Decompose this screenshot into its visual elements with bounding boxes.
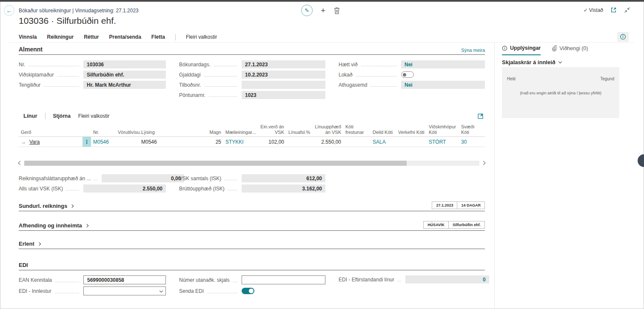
edit-button[interactable]: ✎ <box>301 5 313 16</box>
col-header-maelieiningar[interactable]: Mælieiningar... <box>223 130 251 135</box>
scrollbar-thumb[interactable] <box>24 161 407 166</box>
ean-kennitala-input[interactable] <box>83 275 166 284</box>
col-header-nr[interactable]: Nr. <box>91 130 116 135</box>
edi-column-2: Númer utanaðk. skjals Senda EDI <box>179 275 325 298</box>
col-header-linuupphaed[interactable]: Línuupphæð án VSK <box>311 124 343 135</box>
field-value[interactable]: Hr. Mark McArthur <box>83 81 166 89</box>
show-more-link[interactable]: Sýna meira <box>461 48 485 53</box>
cell-vidskmhopur[interactable]: STÓRT <box>427 137 459 147</box>
skjalaskrar-header[interactable]: Skjalaskrár á innleið <box>502 59 561 65</box>
menu-reikningur[interactable]: Reikningur <box>47 34 74 40</box>
almennt-column-3: Hætt við Nei Lokað Athugasemd Nei <box>339 60 485 91</box>
back-button[interactable]: ← <box>4 5 14 16</box>
edi-innlestur-select[interactable] <box>83 286 166 295</box>
floating-edge-bubble[interactable] <box>638 154 644 167</box>
row-menu-button[interactable]: ⋮ <box>83 137 91 147</box>
action-bar: Vinnsla Reikningur Réttur Prenta/senda F… <box>19 32 485 42</box>
cell-linuupphaed[interactable]: 2.550,00 <box>311 137 343 147</box>
section-badges: 27.1.2023 14 DAGAR <box>432 201 485 209</box>
sundurl-reiknings-header[interactable]: Sundurl. reiknings <box>19 203 73 209</box>
field-ean-kennitala: EAN Kennitala <box>19 275 166 284</box>
afhending-header[interactable]: Afhending og innheimta <box>19 222 88 229</box>
scroll-left-arrow[interactable] <box>18 161 23 165</box>
lines-more-options[interactable]: Fleiri valkostir <box>78 113 109 119</box>
toggle-knob <box>249 289 254 293</box>
cell-maelieining[interactable]: STYKKI <box>223 137 251 147</box>
badge-location: HÚSAVÍK <box>423 221 449 229</box>
cell-lysing[interactable]: M0546 <box>139 137 203 147</box>
new-button[interactable]: + <box>321 6 325 14</box>
field-value[interactable]: 0,00 <box>102 174 184 182</box>
lines-table-header: Gerð Nr. Vörutilvísu... Lýsing Magn Mæli… <box>19 124 485 137</box>
field-value[interactable]: 27.1.2023 <box>242 60 325 68</box>
field-value[interactable]: Silfurbúðin ehf. <box>83 71 166 79</box>
table-row: →Vara ⋮ M0546 M0546 25 STYKKI 102,00 2.5… <box>19 137 485 147</box>
col-header-deild-koti[interactable]: Deild Kóti <box>370 130 396 135</box>
col-header-vorutilvisun[interactable]: Vörutilvísu... <box>116 130 139 135</box>
field-value[interactable]: 103036 <box>83 60 166 68</box>
cell-verkefni-koti[interactable] <box>396 137 427 147</box>
field-value[interactable]: 2.550,00 <box>83 184 166 193</box>
field-value[interactable]: Nei <box>401 81 485 89</box>
col-header-gerd[interactable]: Gerð <box>19 130 83 135</box>
dotted-leader <box>398 281 401 281</box>
menu-vinnsla[interactable]: Vinnsla <box>19 34 37 40</box>
field-value[interactable]: Nei <box>401 60 485 68</box>
col-header-einverd[interactable]: Ein.verð án VSK <box>251 124 286 135</box>
cell-deild-koti[interactable]: SALA <box>370 137 396 147</box>
factbox-separator <box>494 43 495 309</box>
cell-nr[interactable]: M0546 <box>91 137 116 147</box>
field-value[interactable] <box>242 81 325 89</box>
tab-upplysingar[interactable]: Upplýsingar <box>502 45 541 55</box>
action-bar-divider <box>9 42 634 43</box>
col-header-magn[interactable]: Magn <box>203 130 223 135</box>
badge-payment-terms: 14 DAGAR <box>457 201 485 209</box>
cell-vorutilvisun[interactable] <box>116 137 139 147</box>
toggle-factbox-button[interactable] <box>617 32 629 42</box>
field-bokunardags: Bókunardags. 27.1.2023 <box>179 60 325 68</box>
field-value[interactable]: 0 <box>405 275 489 283</box>
col-header-linuafsl[interactable]: Línuafsl.% <box>286 130 311 135</box>
cell-magn[interactable]: 25 <box>203 137 223 147</box>
edi-innlestur-value[interactable] <box>83 286 166 295</box>
menu-more-options[interactable]: Fleiri valkostir <box>186 34 217 40</box>
senda-edi-toggle[interactable] <box>242 288 254 294</box>
field-value[interactable]: 612,00 <box>242 174 325 182</box>
menu-prenta-senda[interactable]: Prenta/senda <box>109 34 141 40</box>
erlent-header[interactable]: Erlent <box>19 241 40 247</box>
cell-einverd[interactable]: 102,00 <box>251 137 286 147</box>
window-top-edge <box>0 0 644 2</box>
cell-svaedi-koti[interactable]: 30 <box>459 137 476 147</box>
doc-list-empty-message: (Það eru engin atriði til að sýna í þess… <box>502 91 619 95</box>
menu-rettur[interactable]: Réttur <box>84 34 99 40</box>
focus-mode-button[interactable] <box>477 113 484 119</box>
cell-gerd[interactable]: →Vara <box>19 137 83 147</box>
collapse-page-button[interactable] <box>624 7 630 13</box>
menu-fletta[interactable]: Fletta <box>151 34 165 40</box>
field-value[interactable]: 3.162,00 <box>242 184 325 193</box>
scroll-right-arrow[interactable] <box>482 161 486 165</box>
gerd-value[interactable]: Vara <box>29 139 40 145</box>
cell-linuafsl[interactable] <box>286 137 311 147</box>
tab-linur[interactable]: Línur <box>23 113 37 119</box>
section-afhending: Afhending og innheimta HÚSAVÍK Silfurbúð… <box>19 221 485 231</box>
numer-utanadk-input[interactable] <box>242 275 325 284</box>
field-lokad: Lokað <box>339 71 485 79</box>
col-header-koti-frestunar[interactable]: Kóti frestunar <box>343 124 370 135</box>
tab-vidhengi[interactable]: Viðhengi (0) <box>552 45 588 55</box>
open-in-new-window-button[interactable] <box>610 7 617 13</box>
scrollbar-track[interactable] <box>24 161 479 166</box>
field-value[interactable]: 1023 <box>242 91 325 99</box>
lines-manage-button[interactable]: Stjórna <box>53 113 71 119</box>
cell-koti-frestunar[interactable] <box>343 137 370 147</box>
lokad-toggle[interactable] <box>401 71 414 78</box>
col-header-verkefni-koti[interactable]: Verkefni Kóti <box>396 130 427 135</box>
collapse-arrows-icon <box>624 7 630 13</box>
field-value[interactable]: 10.2.2023 <box>242 71 325 79</box>
col-header-lysing[interactable]: Lýsing <box>139 130 203 135</box>
field-label: Númer utanaðk. skjals <box>179 277 230 283</box>
delete-button[interactable] <box>333 7 340 14</box>
field-label: Hætt við <box>339 62 358 68</box>
col-header-svaedi-koti[interactable]: Svæði Kóti <box>459 124 476 135</box>
col-header-vidskmhopur-koti[interactable]: Viðskmhópur Kóti <box>427 124 459 135</box>
